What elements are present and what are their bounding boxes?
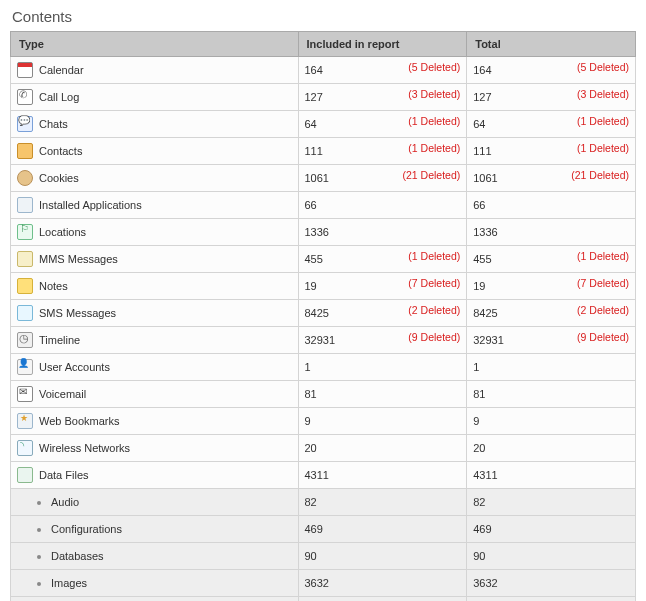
cell-type: Data Files <box>11 462 299 489</box>
cell-total: 81 <box>467 381 636 408</box>
col-included[interactable]: Included in report <box>298 32 467 57</box>
bullet-icon <box>37 528 41 532</box>
included-value: 64 <box>305 118 317 130</box>
cell-type: Locations <box>11 219 299 246</box>
row-label: User Accounts <box>39 361 110 373</box>
total-value: 90 <box>473 550 485 562</box>
row-label: SMS Messages <box>39 307 116 319</box>
cell-type: Web Bookmarks <box>11 408 299 435</box>
total-value: 469 <box>473 523 491 535</box>
col-total[interactable]: Total <box>467 32 636 57</box>
row-label: MMS Messages <box>39 253 118 265</box>
cell-total: 1061(21 Deleted) <box>467 165 636 192</box>
cell-included: 9 <box>298 408 467 435</box>
included-value: 32931 <box>305 334 336 346</box>
cell-included: 10 <box>298 597 467 602</box>
cell-included: 66 <box>298 192 467 219</box>
included-value: 469 <box>305 523 323 535</box>
included-value: 4311 <box>305 469 329 481</box>
cell-type: MMS Messages <box>11 246 299 273</box>
table-row[interactable]: Wireless Networks2020 <box>11 435 636 462</box>
included-value: 19 <box>305 280 317 292</box>
table-row[interactable]: Cookies1061(21 Deleted)1061(21 Deleted) <box>11 165 636 192</box>
cell-type: Contacts <box>11 138 299 165</box>
total-value: 127 <box>473 91 491 103</box>
total-value: 8425 <box>473 307 497 319</box>
cell-type: Databases <box>11 543 299 570</box>
total-deleted: (21 Deleted) <box>571 169 629 181</box>
total-value: 1061 <box>473 172 497 184</box>
cookies-icon <box>17 170 33 186</box>
included-value: 1061 <box>305 172 329 184</box>
contents-table: Type Included in report Total Calendar16… <box>10 31 636 601</box>
cell-included: 8425(2 Deleted) <box>298 300 467 327</box>
total-value: 164 <box>473 64 491 76</box>
table-row[interactable]: Audio8282 <box>11 489 636 516</box>
total-value: 20 <box>473 442 485 454</box>
table-row[interactable]: Timeline32931(9 Deleted)32931(9 Deleted) <box>11 327 636 354</box>
cell-total: 1336 <box>467 219 636 246</box>
cell-total: 10 <box>467 597 636 602</box>
table-row[interactable]: Call Log127(3 Deleted)127(3 Deleted) <box>11 84 636 111</box>
cell-included: 1 <box>298 354 467 381</box>
cell-total: 3632 <box>467 570 636 597</box>
row-label: Wireless Networks <box>39 442 130 454</box>
cell-total: 4311 <box>467 462 636 489</box>
included-value: 66 <box>305 199 317 211</box>
total-value: 455 <box>473 253 491 265</box>
table-row[interactable]: Notes19(7 Deleted)19(7 Deleted) <box>11 273 636 300</box>
row-label: Audio <box>51 497 79 509</box>
included-value: 455 <box>305 253 323 265</box>
notes-icon <box>17 278 33 294</box>
table-row[interactable]: SMS Messages8425(2 Deleted)8425(2 Delete… <box>11 300 636 327</box>
bookmarks-icon <box>17 413 33 429</box>
total-value: 64 <box>473 118 485 130</box>
table-row[interactable]: Locations13361336 <box>11 219 636 246</box>
included-deleted: (1 Deleted) <box>408 250 460 262</box>
included-value: 8425 <box>305 307 329 319</box>
total-value: 9 <box>473 415 479 427</box>
locations-icon <box>17 224 33 240</box>
included-value: 111 <box>305 145 323 157</box>
contacts-icon <box>17 143 33 159</box>
table-row[interactable]: User Accounts11 <box>11 354 636 381</box>
total-value: 1336 <box>473 226 497 238</box>
included-deleted: (2 Deleted) <box>408 304 460 316</box>
cell-included: 20 <box>298 435 467 462</box>
col-type[interactable]: Type <box>11 32 299 57</box>
included-deleted: (5 Deleted) <box>408 61 460 73</box>
table-row[interactable]: Contacts111(1 Deleted)111(1 Deleted) <box>11 138 636 165</box>
row-label: Databases <box>51 551 104 563</box>
total-value: 66 <box>473 199 485 211</box>
row-label: Locations <box>39 226 86 238</box>
included-value: 9 <box>305 415 311 427</box>
table-row[interactable]: Databases9090 <box>11 543 636 570</box>
cell-type: User Accounts <box>11 354 299 381</box>
table-row[interactable]: Data Files43114311 <box>11 462 636 489</box>
table-row[interactable]: Images36323632 <box>11 570 636 597</box>
table-row[interactable]: Installed Applications6666 <box>11 192 636 219</box>
table-row[interactable]: Chats64(1 Deleted)64(1 Deleted) <box>11 111 636 138</box>
table-row[interactable]: Text1010 <box>11 597 636 602</box>
cell-total: 19(7 Deleted) <box>467 273 636 300</box>
total-value: 1 <box>473 361 479 373</box>
cell-type: Images <box>11 570 299 597</box>
included-value: 82 <box>305 496 317 508</box>
cell-total: 164(5 Deleted) <box>467 57 636 84</box>
cell-type: Voicemail <box>11 381 299 408</box>
included-value: 3632 <box>305 577 329 589</box>
table-row[interactable]: Web Bookmarks99 <box>11 408 636 435</box>
apps-icon <box>17 197 33 213</box>
table-row[interactable]: MMS Messages455(1 Deleted)455(1 Deleted) <box>11 246 636 273</box>
bullet-icon <box>37 555 41 559</box>
mms-icon <box>17 251 33 267</box>
cell-type: Configurations <box>11 516 299 543</box>
cell-total: 127(3 Deleted) <box>467 84 636 111</box>
table-row[interactable]: Voicemail8181 <box>11 381 636 408</box>
included-deleted: (3 Deleted) <box>408 88 460 100</box>
included-value: 164 <box>305 64 323 76</box>
table-row[interactable]: Calendar164(5 Deleted)164(5 Deleted) <box>11 57 636 84</box>
table-row[interactable]: Configurations469469 <box>11 516 636 543</box>
included-value: 127 <box>305 91 323 103</box>
cell-type: Chats <box>11 111 299 138</box>
